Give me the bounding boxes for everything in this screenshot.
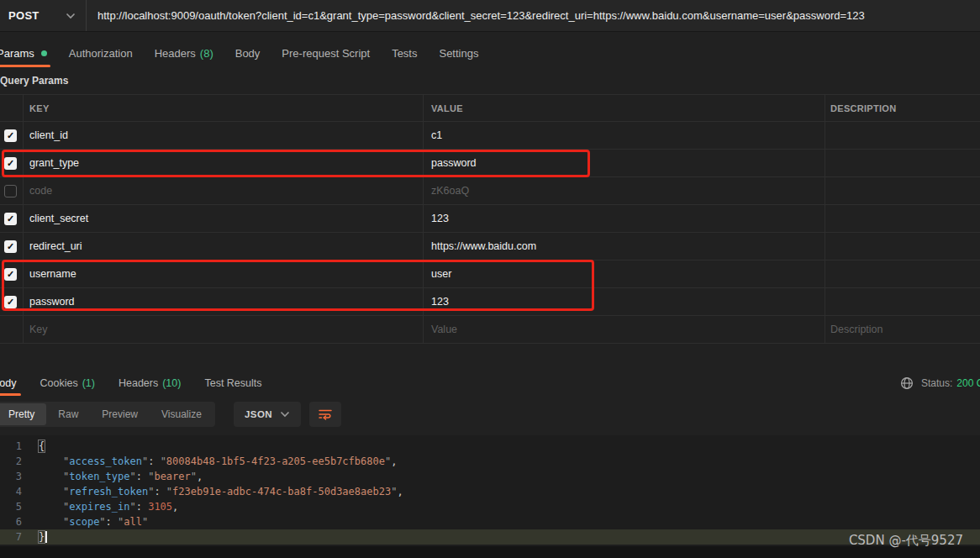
response-view-tabs: PrettyRawPreviewVisualize xyxy=(0,402,215,427)
chevron-down-icon xyxy=(280,411,290,418)
code-token: " xyxy=(63,455,69,467)
request-tab-headers[interactable]: Headers(8) xyxy=(144,39,224,67)
code-line-content: } xyxy=(34,531,47,543)
param-key-placeholder[interactable]: Key xyxy=(24,316,424,343)
param-value[interactable]: password xyxy=(424,150,825,176)
tab-count-badge: (1) xyxy=(82,377,95,389)
param-checkbox[interactable]: ✓ xyxy=(4,296,17,308)
param-row-client-secret: ✓client_secret123 xyxy=(0,205,980,233)
param-description-placeholder[interactable]: Description xyxy=(825,316,980,343)
tab-label: Params xyxy=(0,47,34,60)
param-description[interactable] xyxy=(825,233,980,260)
request-tab-settings[interactable]: Settings xyxy=(428,39,489,67)
request-tab-body[interactable]: Body xyxy=(224,39,271,67)
param-description[interactable] xyxy=(825,150,980,176)
language-select[interactable]: JSON xyxy=(234,402,301,427)
header-key: KEY xyxy=(24,95,424,121)
param-value[interactable]: c1 xyxy=(424,122,825,149)
response-tab-cookies[interactable]: Cookies(1) xyxy=(29,370,107,396)
param-key[interactable]: redirect_uri xyxy=(24,233,424,260)
view-tab-preview[interactable]: Preview xyxy=(90,403,150,425)
tab-label: Headers xyxy=(155,47,196,60)
code-token: " xyxy=(63,486,69,497)
param-checkbox-cell: ✓ xyxy=(0,122,24,149)
code-token: " xyxy=(142,516,148,528)
status-value: 200 OK xyxy=(956,377,980,389)
url-text: http://localhost:9009/oauth/token?client… xyxy=(97,9,865,22)
unsaved-changes-dot xyxy=(41,50,47,56)
code-token: : xyxy=(106,516,118,528)
param-key[interactable]: password xyxy=(24,288,424,315)
code-token: access_token xyxy=(69,455,142,467)
param-checkbox[interactable]: ✓ xyxy=(4,240,17,253)
response-tab-test-results[interactable]: Test Results xyxy=(192,370,273,396)
method-select[interactable]: POST xyxy=(0,0,87,31)
code-token: " xyxy=(63,471,69,482)
param-description[interactable] xyxy=(825,261,980,287)
param-row-password: ✓password123 xyxy=(0,288,980,316)
param-value[interactable]: 123 xyxy=(424,205,825,232)
placeholder-text: Value xyxy=(431,324,457,335)
tab-count-badge: (8) xyxy=(200,47,213,60)
param-key[interactable]: client_secret xyxy=(24,205,424,232)
line-number: 4 xyxy=(0,486,22,497)
request-tabs: ParamsAuthorizationHeaders(8)BodyPre-req… xyxy=(0,39,489,67)
view-tab-visualize[interactable]: Visualize xyxy=(150,403,213,425)
code-token: bearer xyxy=(154,471,190,482)
line-number: 5 xyxy=(0,501,22,513)
param-checkbox[interactable]: ✓ xyxy=(4,213,17,225)
code-token: " xyxy=(385,455,391,467)
code-line-7: 7} xyxy=(0,529,980,545)
param-description[interactable] xyxy=(825,205,980,232)
view-tab-pretty[interactable]: Pretty xyxy=(0,403,46,425)
url-input[interactable]: http://localhost:9009/oauth/token?client… xyxy=(87,0,980,31)
line-number: 1 xyxy=(0,440,22,452)
code-token: { xyxy=(39,440,45,452)
param-description[interactable] xyxy=(825,177,980,204)
param-checkbox[interactable]: ✓ xyxy=(4,129,17,142)
param-key[interactable]: grant_type xyxy=(24,150,424,176)
line-number: 3 xyxy=(0,471,22,482)
param-checkbox[interactable]: ✓ xyxy=(4,157,17,170)
tab-label: Body xyxy=(0,377,17,389)
placeholder-text: Description xyxy=(830,324,883,335)
param-description[interactable] xyxy=(825,288,980,315)
param-value[interactable]: 123 xyxy=(424,288,825,315)
request-tab-tests[interactable]: Tests xyxy=(381,39,428,67)
param-checkbox-cell: ✓ xyxy=(0,150,24,176)
param-value[interactable]: user xyxy=(424,261,825,287)
header-checkbox-cell xyxy=(0,95,24,121)
code-token: " xyxy=(161,455,166,467)
param-checkbox[interactable]: ✓ xyxy=(4,268,17,281)
code-line-content: "token_type": "bearer", xyxy=(34,471,203,482)
code-token: : xyxy=(136,501,148,513)
code-line-1: 1{ xyxy=(0,439,980,454)
text-cursor xyxy=(45,531,47,543)
request-tab-params[interactable]: Params xyxy=(0,39,58,67)
wrap-lines-button[interactable] xyxy=(309,402,341,427)
code-line-content: "scope": "all" xyxy=(34,516,148,528)
param-value[interactable]: https://www.baidu.com xyxy=(424,233,825,260)
param-key[interactable]: username xyxy=(24,261,424,287)
code-line-6: 6"scope": "all" xyxy=(0,514,980,529)
response-tab-headers[interactable]: Headers(10) xyxy=(107,370,192,396)
wrap-lines-icon xyxy=(319,408,332,420)
param-key[interactable]: code xyxy=(24,177,424,204)
request-tab-authorization[interactable]: Authorization xyxy=(58,39,144,67)
param-value-placeholder[interactable]: Value xyxy=(424,316,825,343)
language-select-label: JSON xyxy=(245,409,272,419)
view-tab-raw[interactable]: Raw xyxy=(46,403,90,425)
param-checkbox[interactable] xyxy=(4,185,17,197)
code-token: 3105 xyxy=(148,501,172,513)
param-value[interactable]: zK6oaQ xyxy=(424,177,825,204)
response-body-editor[interactable]: 1{2"access_token": "80084b48-1bf5-4f23-a… xyxy=(0,435,980,558)
param-row-code: codezK6oaQ xyxy=(0,177,980,205)
response-tab-body[interactable]: Body xyxy=(0,370,29,396)
param-row-redirect-uri: ✓redirect_urihttps://www.baidu.com xyxy=(0,233,980,261)
tab-label: Pre-request Script xyxy=(282,47,370,60)
request-tab-pre-request-script[interactable]: Pre-request Script xyxy=(271,39,381,67)
param-key[interactable]: client_id xyxy=(24,122,424,149)
param-description[interactable] xyxy=(825,122,980,149)
line-number: 6 xyxy=(0,516,22,528)
code-token: " xyxy=(129,471,135,482)
